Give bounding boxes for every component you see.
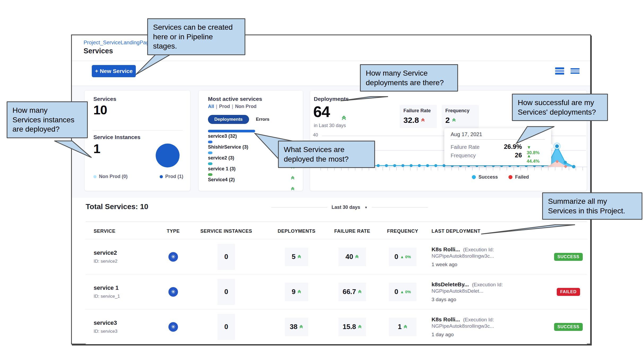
service-bar-item[interactable]: Service4 (2) [208,173,295,184]
tooltip-failure-rate-label: Failure Rate [451,144,490,150]
frequency-trend-up-icon [404,325,407,329]
chart-legend: Success Failed [472,174,529,180]
errors-toggle-button[interactable]: Errors [256,117,269,122]
header-frequency: FREQUENCY [377,228,428,234]
frequency-trend-up-icon [452,119,455,122]
row-frequency-delta: ▲ 0% [400,254,411,259]
callout-deployments-count: How many Service deployments are there? [360,64,458,92]
status-badge: SUCCESS [554,323,583,331]
list-view-icon[interactable] [571,67,580,75]
deployments-trend-up-icon [298,255,301,258]
row-instances: 0 [224,323,228,331]
service-bar-label: Service4 (2) [208,177,295,183]
tooltip-frequency-value: 26 [490,152,522,159]
row-instances: 0 [224,288,228,296]
callout-most-deployed: What Services are deployed the most? [278,141,375,168]
row-failure-rate: 66.7 [343,288,356,296]
services-count-label: Services [93,96,116,102]
row-last-deployment-time: 1 day ago [432,332,550,338]
service-bar [208,130,255,132]
legend-prod: Prod (1) [160,174,183,179]
frequency-stat: Frequency 2 [442,105,479,128]
frequency-value: 2 [445,116,450,125]
failure-rate-label: Failure Rate [403,108,433,114]
tooltip-frequency-label: Frequency [451,153,490,159]
row-service-id: ID: service_1 [94,294,160,299]
row-frequency: 0 [394,288,398,296]
table-row[interactable]: service2 ID: service2 0 5 40 0▲ 0% K8s R… [86,239,587,274]
deployments-title: Deployments [314,96,349,102]
deployments-trend-up-icon [298,290,301,293]
row-frequency: 0 [394,253,398,261]
row-frequency: 1 [398,323,402,331]
table-row[interactable]: service3 ID: service3 0 38 15.8 1 K8s Ro… [86,309,587,344]
app-window: Project_ServiceLandingPag Services + New… [71,34,591,344]
non-prod-label: Non Prod (0) [99,174,128,179]
services-count-value: 10 [93,103,107,117]
row-deployments: 9 [292,288,295,296]
row-failure-rate: 40 [346,253,353,261]
kubernetes-icon [168,252,178,262]
filter-prod[interactable]: Prod [219,104,230,109]
chart-tooltip: Aug 17, 2021 Failure Rate 26.9% ▼ 30.8% … [444,128,551,165]
row-last-deployment-time: 3 days ago [432,297,550,303]
card-divider [93,130,183,131]
service-bar-item[interactable]: service3 (32) [208,130,295,141]
header-service-instances: SERVICE INSTANCES [186,228,266,234]
services-dashboard-page: Project_ServiceLandingPag Services + New… [0,0,644,350]
tooltip-date: Aug 17, 2021 [451,131,482,137]
header-service: SERVICE [94,228,160,234]
failed-dot-icon [508,175,512,179]
frequency-label: Frequency [445,108,475,114]
services-table-section: Total Services: 10 Last 30 days ▼ SERVIC… [86,202,587,211]
table-header-row: SERVICE TYPE SERVICE INSTANCES DEPLOYMEN… [86,225,587,237]
table-rows: service2 ID: service2 0 5 40 0▲ 0% K8s R… [86,239,587,344]
table-row[interactable]: service 1 ID: service_1 0 9 66.7 0▲ 0% k… [86,274,587,309]
row-last-deployment-name[interactable]: K8s Rolli... [432,246,460,252]
metric-toggle: Deployments Errors [208,115,269,124]
success-dot-icon [472,175,476,179]
callout-instances: How many Services instances are deployed… [7,101,88,138]
row-last-deployment-time: 1 week ago [432,262,550,267]
deployments-trend-up-icon [342,116,346,120]
header-failure-rate: FAILURE RATE [327,228,377,234]
most-active-title: Most active services [208,96,262,102]
prod-label: Prod (1) [165,174,183,179]
status-badge: SUCCESS [554,253,583,261]
new-service-button[interactable]: + New Service [92,65,136,77]
legend-success-label: Success [478,174,498,180]
row-service-name: service2 [94,249,160,256]
kubernetes-icon [168,322,178,332]
header-type: TYPE [160,228,186,234]
deployments-trend-up-icon [300,325,303,329]
y-axis-label: 40 [311,132,318,138]
filter-all[interactable]: All [208,104,214,109]
failure-rate-trend-up-icon [358,325,362,329]
header-deployments: DEPLOYMENTS [266,228,327,234]
legend-non-prod: Non Prod (0) [93,174,128,179]
grid-view-icon[interactable] [555,67,564,75]
deployments-toggle-button[interactable]: Deployments [208,115,249,124]
failure-rate-trend-up-icon [358,290,362,293]
highlighted-point [555,144,559,149]
time-range-selector[interactable]: Last 30 days ▼ [271,205,428,210]
failure-rate-stat: Failure Rate 32.8 [400,105,437,128]
row-service-name: service 1 [94,284,160,291]
time-range-value: Last 30 days [332,205,360,210]
service-bar [208,141,212,143]
service-bar-label: service3 (32) [208,133,295,139]
row-deployments: 5 [292,253,295,261]
filter-non-prod[interactable]: Non Prod [235,104,256,109]
callout-deployment-success: How successful are my Services' deployme… [512,94,608,121]
row-last-deployment-name[interactable]: k8sDeleteBy... [432,281,469,287]
service-bar [208,152,212,154]
breadcrumb[interactable]: Project_ServiceLandingPag [84,40,149,46]
service-bar [208,162,212,165]
non-prod-dot-icon [93,175,97,178]
view-toggle-group [555,67,580,75]
failure-rate-value: 32.8 [403,116,419,125]
header-divider [72,61,590,61]
service-instances-label: Service Instances [93,134,140,140]
row-last-deployment-name[interactable]: K8s Rolli... [432,316,460,322]
row-frequency-delta: ▲ 0% [400,289,411,294]
